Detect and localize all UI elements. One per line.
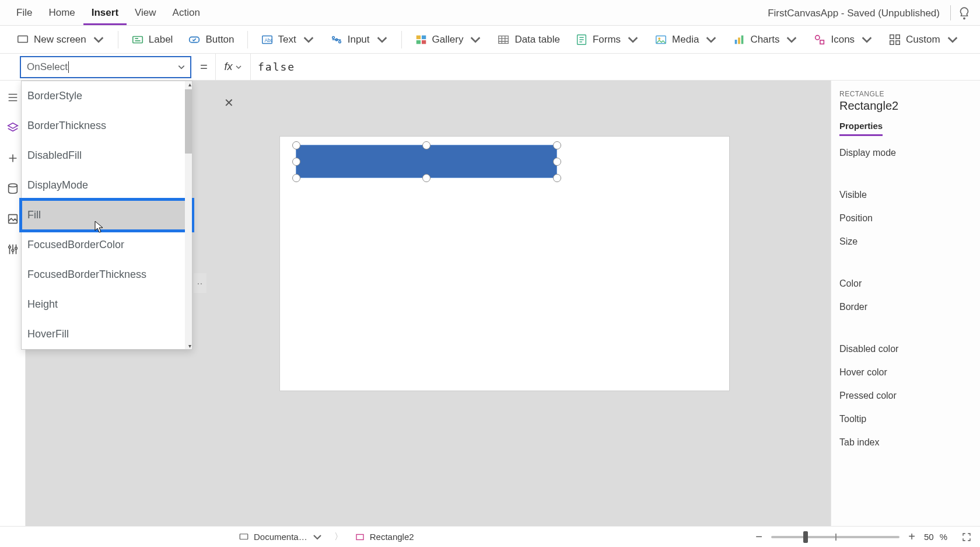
new-screen-button[interactable]: New screen bbox=[10, 30, 111, 50]
screen-crumb[interactable]: Documenta… bbox=[233, 529, 328, 545]
tab-action[interactable]: Action bbox=[164, 1, 208, 25]
insert-media-button[interactable]: Media bbox=[649, 30, 723, 50]
svg-text:Abc: Abc bbox=[264, 37, 272, 43]
selection-handle[interactable] bbox=[553, 158, 561, 166]
selection-name: Rectangle2 bbox=[839, 99, 980, 113]
screen-icon bbox=[239, 532, 249, 542]
tab-insert[interactable]: Insert bbox=[83, 1, 127, 25]
button-icon bbox=[188, 33, 201, 46]
media-panel-icon[interactable] bbox=[6, 212, 19, 225]
chevron-down-icon[interactable] bbox=[177, 63, 186, 71]
svg-point-26 bbox=[8, 184, 17, 187]
close-icon[interactable]: ✕ bbox=[224, 96, 234, 110]
dropdown-item[interactable]: DisabledFill bbox=[22, 141, 192, 170]
dropdown-item[interactable]: BorderThickness bbox=[22, 111, 192, 141]
property-row[interactable]: Color bbox=[839, 278, 980, 289]
chevron-down-icon bbox=[860, 33, 873, 46]
svg-rect-10 bbox=[421, 35, 425, 39]
breadcrumb-separator: 〉 bbox=[334, 531, 343, 542]
insert-gallery-button[interactable]: Gallery bbox=[409, 30, 488, 50]
chevron-down-icon bbox=[785, 33, 798, 46]
svg-rect-12 bbox=[421, 40, 425, 43]
scrollbar-thumb[interactable] bbox=[185, 89, 192, 154]
insert-charts-button[interactable]: Charts bbox=[727, 30, 804, 50]
label-icon bbox=[131, 33, 144, 46]
zoom-in-button[interactable]: + bbox=[905, 531, 918, 543]
selection-crumb-label: Rectangle2 bbox=[370, 532, 414, 542]
properties-tab[interactable]: Properties bbox=[839, 121, 883, 136]
insert-data-table-button[interactable]: Data table bbox=[491, 30, 566, 50]
zoom-slider[interactable] bbox=[771, 536, 900, 538]
selection-handle[interactable] bbox=[422, 174, 430, 182]
charts-label: Charts bbox=[750, 34, 779, 46]
tree-view-icon[interactable] bbox=[6, 91, 19, 104]
property-row[interactable]: Size bbox=[839, 236, 980, 247]
selection-handle[interactable] bbox=[292, 174, 300, 182]
tab-file[interactable]: File bbox=[8, 1, 40, 25]
insert-text-button[interactable]: Abc Text bbox=[255, 30, 321, 50]
zoom-slider-thumb[interactable] bbox=[803, 531, 808, 543]
scroll-down-icon[interactable]: ▾ bbox=[188, 343, 191, 349]
dropdown-item[interactable]: FocusedBorderColor bbox=[22, 230, 192, 260]
property-row[interactable]: Pressed color bbox=[839, 391, 980, 401]
dropdown-item[interactable]: Height bbox=[22, 290, 192, 319]
rectangle-shape[interactable] bbox=[296, 145, 556, 177]
svg-point-30 bbox=[15, 247, 17, 249]
svg-point-16 bbox=[658, 37, 660, 40]
property-row[interactable]: Display mode bbox=[839, 148, 980, 158]
insert-forms-button[interactable]: Forms bbox=[569, 30, 645, 50]
insert-icon[interactable] bbox=[6, 152, 19, 165]
gallery-icon bbox=[415, 33, 428, 46]
tab-home[interactable]: Home bbox=[40, 1, 83, 25]
data-icon[interactable] bbox=[6, 182, 19, 195]
property-row[interactable]: Tooltip bbox=[839, 414, 980, 424]
property-row[interactable]: Visible bbox=[839, 190, 980, 200]
selection-handle[interactable] bbox=[292, 158, 300, 166]
selection-handle[interactable] bbox=[422, 141, 430, 149]
fx-button[interactable]: fx bbox=[216, 54, 251, 80]
insert-input-button[interactable]: Input bbox=[324, 30, 394, 50]
canvas-page[interactable] bbox=[280, 137, 729, 391]
scroll-up-icon[interactable]: ▴ bbox=[188, 81, 191, 88]
property-row[interactable]: Hover color bbox=[839, 367, 980, 378]
fx-label: fx bbox=[224, 61, 232, 73]
property-row[interactable]: Tab index bbox=[839, 437, 980, 448]
zoom-out-button[interactable]: − bbox=[752, 531, 765, 543]
custom-label: Custom bbox=[906, 34, 940, 46]
selection-handle[interactable] bbox=[553, 141, 561, 149]
property-row[interactable]: Disabled color bbox=[839, 344, 980, 354]
property-selector[interactable]: OnSelect bbox=[20, 56, 191, 78]
insert-button-button[interactable]: Button bbox=[182, 30, 240, 50]
tools-icon[interactable] bbox=[6, 243, 19, 256]
dropdown-item[interactable]: BorderStyle bbox=[22, 81, 192, 111]
insert-icons-button[interactable]: Icons bbox=[807, 30, 879, 50]
text-cursor bbox=[68, 61, 69, 73]
svg-rect-17 bbox=[735, 40, 737, 44]
text-label: Text bbox=[278, 34, 296, 46]
svg-rect-11 bbox=[416, 40, 420, 43]
chevron-down-icon bbox=[92, 33, 105, 46]
dropdown-item-highlighted[interactable]: Fill bbox=[22, 200, 192, 230]
property-row[interactable]: Border bbox=[839, 302, 980, 312]
fit-to-window-icon[interactable] bbox=[961, 532, 972, 542]
selection-handle[interactable] bbox=[292, 141, 300, 149]
selection-handle[interactable] bbox=[553, 174, 561, 182]
tab-view[interactable]: View bbox=[127, 1, 164, 25]
dropdown-item[interactable]: HoverFill bbox=[22, 319, 192, 349]
property-row[interactable]: Position bbox=[839, 213, 980, 224]
media-label: Media bbox=[672, 34, 699, 46]
layers-icon[interactable] bbox=[6, 121, 19, 134]
insert-ribbon: New screen Label Button Abc Text Input G… bbox=[0, 26, 980, 54]
svg-rect-25 bbox=[896, 40, 900, 44]
dropdown-item[interactable]: FocusedBorderThickness bbox=[22, 260, 192, 290]
insert-label-button[interactable]: Label bbox=[125, 30, 179, 50]
svg-rect-21 bbox=[820, 40, 824, 43]
insert-custom-button[interactable]: Custom bbox=[883, 30, 965, 50]
selection-crumb[interactable]: Rectangle2 bbox=[349, 529, 420, 545]
formula-input[interactable]: false bbox=[251, 54, 980, 80]
svg-point-20 bbox=[816, 35, 820, 39]
svg-rect-24 bbox=[890, 40, 894, 44]
pane-expander[interactable]: ·· bbox=[194, 273, 206, 293]
dropdown-item[interactable]: DisplayMode bbox=[22, 170, 192, 200]
app-checker-icon[interactable] bbox=[957, 6, 972, 22]
